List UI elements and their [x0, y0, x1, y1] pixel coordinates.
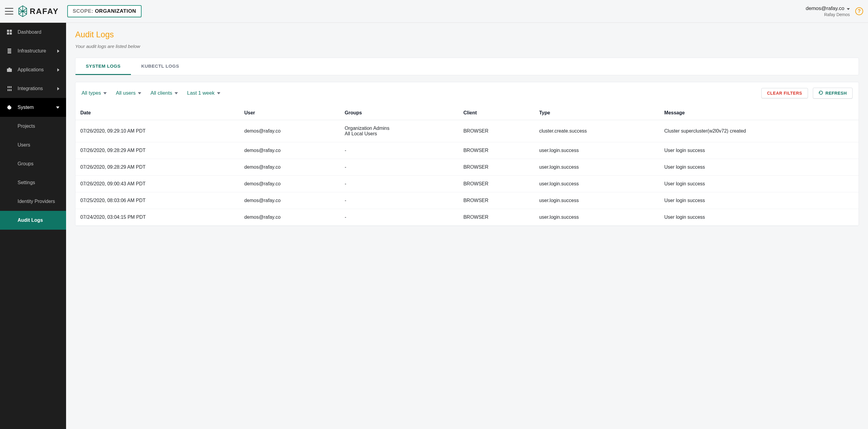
- sidebar-item-applications[interactable]: Applications: [0, 60, 66, 79]
- clear-filters-button[interactable]: CLEAR FILTERS: [761, 88, 808, 98]
- filter-label: All types: [82, 90, 101, 96]
- svg-rect-16: [10, 86, 11, 88]
- tab-kubectl-logs[interactable]: KUBECTL LOGS: [131, 58, 189, 75]
- filter-client-dropdown[interactable]: All clients: [150, 90, 178, 96]
- sidebar-item-system[interactable]: System: [0, 98, 66, 117]
- button-label: REFRESH: [826, 91, 847, 95]
- table-header-row: Date User Groups Client Type Message: [75, 106, 859, 120]
- sidebar-item-infrastructure[interactable]: Infrastructure: [0, 41, 66, 60]
- brand-logo[interactable]: RAFAY: [18, 5, 59, 17]
- cell-date: 07/24/2020, 03:04:15 PM PDT: [75, 209, 240, 226]
- cell-message: User login success: [659, 192, 859, 209]
- sidebar-subitem-identity-providers[interactable]: Identity Providers: [0, 192, 66, 211]
- caret-down-icon: [103, 92, 107, 94]
- cell-client: BROWSER: [459, 159, 534, 176]
- cell-type: user.login.success: [534, 142, 659, 159]
- tab-system-logs[interactable]: SYSTEM LOGS: [75, 58, 131, 75]
- sidebar-item-label: Applications: [18, 67, 44, 73]
- svg-rect-5: [7, 30, 9, 32]
- column-header-date[interactable]: Date: [75, 106, 240, 120]
- chevron-down-icon: [56, 107, 59, 109]
- sidebar-item-integrations[interactable]: Integrations: [0, 79, 66, 98]
- button-label: CLEAR FILTERS: [767, 91, 802, 95]
- refresh-button[interactable]: REFRESH: [813, 88, 852, 98]
- column-header-message[interactable]: Message: [659, 106, 859, 120]
- caret-down-icon: [138, 92, 141, 94]
- caret-down-icon: [217, 92, 220, 94]
- chevron-right-icon: [57, 50, 59, 53]
- cell-type: user.login.success: [534, 159, 659, 176]
- svg-rect-12: [7, 68, 12, 72]
- caret-down-icon: [847, 5, 850, 11]
- rafay-logo-icon: [18, 5, 27, 17]
- brand-text: RAFAY: [30, 7, 59, 16]
- cell-groups: -: [340, 159, 459, 176]
- cell-user: demos@rafay.co: [240, 120, 340, 142]
- cell-user: demos@rafay.co: [240, 142, 340, 159]
- account-menu-button[interactable]: demos@rafay.co: [806, 5, 850, 11]
- dashboard-icon: [7, 29, 12, 35]
- svg-rect-19: [10, 89, 11, 91]
- svg-rect-17: [7, 89, 8, 91]
- help-button[interactable]: ?: [855, 7, 863, 15]
- cell-date: 07/26/2020, 09:00:43 AM PDT: [75, 176, 240, 192]
- cell-type: cluster.create.success: [534, 120, 659, 142]
- column-header-type[interactable]: Type: [534, 106, 659, 120]
- app-header: RAFAY SCOPE: ORGANIZATION demos@rafay.co…: [0, 0, 868, 23]
- sidebar-subitem-label: Settings: [18, 180, 35, 185]
- svg-rect-7: [7, 32, 9, 35]
- sidebar-item-label: Integrations: [18, 86, 43, 91]
- table-row: 07/26/2020, 09:28:29 AM PDTdemos@rafay.c…: [75, 159, 859, 176]
- cell-date: 07/26/2020, 09:28:29 AM PDT: [75, 159, 240, 176]
- page-title: Audit Logs: [75, 30, 859, 39]
- column-header-client[interactable]: Client: [459, 106, 534, 120]
- sidebar-subitem-projects[interactable]: Projects: [0, 117, 66, 136]
- svg-rect-10: [7, 50, 11, 52]
- filter-label: All clients: [150, 90, 172, 96]
- page-subtitle: Your audit logs are listed below: [75, 44, 859, 49]
- account-email: demos@rafay.co: [806, 5, 845, 11]
- cell-user: demos@rafay.co: [240, 209, 340, 226]
- svg-rect-9: [7, 49, 11, 50]
- column-header-groups[interactable]: Groups: [340, 106, 459, 120]
- svg-rect-15: [9, 86, 10, 88]
- sidebar-item-label: Dashboard: [18, 29, 41, 35]
- cell-type: user.login.success: [534, 192, 659, 209]
- cell-client: BROWSER: [459, 142, 534, 159]
- svg-rect-11: [7, 52, 11, 53]
- cell-client: BROWSER: [459, 120, 534, 142]
- table-row: 07/26/2020, 09:28:29 AM PDTdemos@rafay.c…: [75, 142, 859, 159]
- sidebar-item-dashboard[interactable]: Dashboard: [0, 23, 66, 41]
- svg-rect-18: [9, 89, 10, 91]
- table-row: 07/26/2020, 09:00:43 AM PDTdemos@rafay.c…: [75, 176, 859, 192]
- cell-type: user.login.success: [534, 176, 659, 192]
- sidebar-nav: Dashboard Infrastructure Applications: [0, 23, 66, 429]
- filter-type-dropdown[interactable]: All types: [82, 90, 107, 96]
- cell-client: BROWSER: [459, 209, 534, 226]
- sidebar-item-label: System: [18, 105, 34, 110]
- sidebar-subitem-groups[interactable]: Groups: [0, 154, 66, 173]
- cell-message: User login success: [659, 142, 859, 159]
- sidebar-subitem-users[interactable]: Users: [0, 136, 66, 154]
- svg-rect-6: [10, 30, 12, 32]
- svg-rect-8: [10, 32, 12, 35]
- column-header-user[interactable]: User: [240, 106, 340, 120]
- cell-groups: -: [340, 176, 459, 192]
- account-org: Rafay Demos: [806, 12, 850, 17]
- menu-toggle-button[interactable]: [5, 8, 13, 15]
- cell-client: BROWSER: [459, 176, 534, 192]
- cell-groups: Organization AdminsAll Local Users: [340, 120, 459, 142]
- scope-selector-button[interactable]: SCOPE: ORGANIZATION: [67, 5, 142, 17]
- sidebar-subitem-label: Users: [18, 142, 30, 148]
- filter-label: Last 1 week: [187, 90, 215, 96]
- sidebar-subitem-label: Groups: [18, 161, 33, 167]
- filter-user-dropdown[interactable]: All users: [116, 90, 141, 96]
- filter-range-dropdown[interactable]: Last 1 week: [187, 90, 220, 96]
- sidebar-subitem-settings[interactable]: Settings: [0, 173, 66, 192]
- sidebar-subitem-label: Projects: [18, 123, 35, 129]
- cell-message: Cluster supercluster(w2l0v72) created: [659, 120, 859, 142]
- sidebar-subitem-audit-logs[interactable]: Audit Logs: [0, 211, 66, 230]
- cell-groups: -: [340, 142, 459, 159]
- scope-value: ORGANIZATION: [95, 8, 136, 14]
- cell-message: User login success: [659, 159, 859, 176]
